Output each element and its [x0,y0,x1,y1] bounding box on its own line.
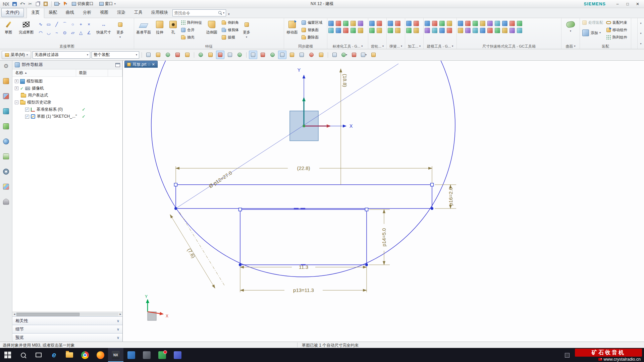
save-button[interactable] [12,1,18,7]
tab-view[interactable]: 视图 [96,8,113,18]
ribbon-overflow-down-icon[interactable]: ▾ [640,42,641,45]
expand-icon[interactable]: + [15,86,18,90]
offset-region-button[interactable]: 偏置区域 [300,19,323,26]
restore-tab-icon[interactable]: □ [148,63,150,66]
tree-row-sketch[interactable]: ✓ 草图 (1) "SKETCH_..." ✓ [12,113,122,120]
gc-tool-icon[interactable] [502,21,507,26]
datum-plane-button[interactable]: 基准平面 [135,19,152,35]
visibility-checkbox[interactable]: ✓ [25,115,29,119]
gc-tool-icon[interactable] [377,28,382,33]
gc-tool-icon[interactable] [425,21,430,26]
undo-caret-icon[interactable]: ▾ [23,3,25,5]
copy-button[interactable] [35,1,41,7]
tree-row-model-views[interactable]: + 模型视图 [12,78,122,85]
gc-tool-icon[interactable] [388,28,393,33]
minimize-ribbon-button[interactable]: ▾ [228,12,230,16]
app-taskbar-button-4[interactable] [170,348,185,362]
gc-tool-icon[interactable] [439,28,445,33]
app-taskbar-button-1[interactable] [123,348,139,362]
gc-tool-icon[interactable] [328,21,334,26]
surface-button[interactable]: ▾ [563,19,578,33]
tab-curve[interactable]: 曲线 [61,8,78,18]
settings-gear-icon[interactable]: ⚙ [2,62,10,70]
tab-analysis[interactable]: 分析 [78,8,96,18]
selection-scope-dropdown[interactable]: 整个装配▾ [92,51,139,59]
dimension-18-8[interactable]: (18.8) [342,74,348,87]
tab-tools[interactable]: 工具 [130,8,147,18]
finish-sketch-button[interactable]: 完成草图 [17,19,36,35]
snap-quadrant-toggle[interactable] [288,51,296,59]
line-tool-icon[interactable]: ╱ [53,20,61,28]
gc-tool-icon[interactable] [495,21,500,26]
gc-tool-icon[interactable] [395,21,400,26]
command-finder-button[interactable]: ▾ [62,1,68,7]
tab-assemblies[interactable]: 装配 [44,8,61,18]
section-dependencies[interactable]: 相关性∨ [12,316,122,325]
trim-body-button[interactable]: 修剪体 [220,26,240,34]
tab-file[interactable]: 文件(F) [1,8,24,17]
assembly-navigator-icon[interactable] [2,77,10,85]
snap-existing-point-toggle[interactable] [298,51,306,59]
measure-button[interactable] [330,51,339,59]
collapse-icon[interactable]: − [15,101,18,104]
gc-tool-icon[interactable] [487,21,493,26]
group-label-dimension-format[interactable]: 尺寸快速格式化工具 - GC工具箱 [458,44,560,49]
fit-view-button[interactable] [144,51,153,59]
rectangle-tool-icon[interactable]: ▭ [45,20,53,28]
highlight-toggle-button[interactable] [216,51,224,59]
gc-tool-icon[interactable] [369,28,375,33]
group-label-spring[interactable]: 弹簧...▾ [388,44,404,49]
section-details[interactable]: 细节∨ [12,325,122,333]
group-label-gear[interactable]: 齿轮...▾ [369,44,385,49]
sketch-more-button[interactable]: 更多 ▾ [114,19,126,39]
chrome-taskbar-button[interactable] [77,348,93,362]
app-taskbar-button-3[interactable] [154,348,170,362]
group-label-surface[interactable]: 曲面▾ [562,44,579,49]
move-component-button[interactable]: 移动组件 [605,26,628,34]
dimension-diameter[interactable]: Ø p12=27.0 [208,170,233,189]
gc-tool-icon[interactable] [465,28,471,33]
chamfer-button[interactable]: 倒斜角 [220,19,240,26]
section-preview[interactable]: 预览∨ [12,333,122,342]
sketch-vertex-handles[interactable] [174,183,434,266]
gc-tool-icon[interactable] [351,21,356,26]
file-explorer-taskbar-button[interactable] [62,348,77,362]
group-label-modeling-tools[interactable]: 建模工具 - G...▾ [425,44,455,49]
orient-view-button[interactable] [183,51,192,59]
assembly-constraints-button[interactable]: 装配约束 [605,19,628,26]
ribbon-overflow-up-icon[interactable]: ▾ [640,22,641,25]
app-taskbar-button-2[interactable] [139,348,154,362]
window-menu-button[interactable]: 窗口▾ [97,1,118,7]
draft-button[interactable]: 拔模 [220,34,240,41]
gc-tool-icon[interactable] [495,28,500,33]
extrude-button[interactable]: 拉伸 [153,19,166,35]
firefox-taskbar-button[interactable] [93,348,108,362]
chamfer-tool-icon[interactable]: ◡ [45,28,53,37]
sketch-outer-rectangle[interactable] [176,185,432,208]
navigator-horizontal-scrollbar[interactable]: ◄ ► [12,312,122,316]
sketch-inner-rectangle[interactable] [240,209,367,265]
tab-home[interactable]: 主页 [26,7,44,18]
gc-tool-icon[interactable] [406,21,412,26]
expand-icon[interactable]: + [15,79,18,83]
show-hide-button[interactable]: ▾ [360,51,368,59]
snap-endpoint-toggle[interactable] [249,51,257,59]
selection-filter-dropdown[interactable]: 无选择过滤器▾ [33,51,90,59]
feature-more-button[interactable]: 更多 ▾ [241,19,252,39]
circle-tool-icon[interactable]: ○ [69,20,77,28]
wireframe-view-button[interactable] [235,51,244,59]
dimension-p16[interactable]: p16=2.0 [448,187,453,206]
shaded-view-button[interactable] [226,51,234,59]
search-icon[interactable] [218,11,222,15]
gc-tool-icon[interactable] [487,28,493,33]
column-header-latest[interactable]: 最新 [76,69,108,76]
gc-tool-icon[interactable] [343,21,348,26]
sketch-button[interactable]: 草图 [1,19,16,35]
hd3d-tools-icon[interactable] [2,138,10,145]
tree-row-model-history[interactable]: − 模型历史记录 [12,99,122,106]
gc-tool-icon[interactable] [447,21,452,26]
point-tool-icon[interactable]: + [77,20,85,28]
grid-toggle-button[interactable] [369,51,378,59]
constraint-navigator-icon[interactable] [2,93,10,100]
dimension-p13[interactable]: p13=11.3 [293,287,314,293]
